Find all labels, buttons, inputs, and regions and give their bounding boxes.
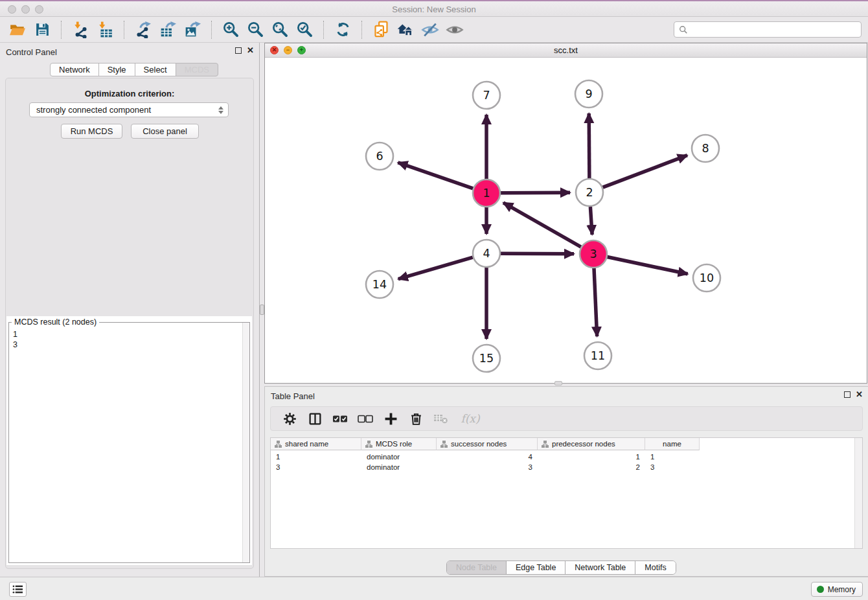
export-network-button[interactable] bbox=[131, 19, 155, 40]
select-all-button[interactable] bbox=[330, 410, 350, 428]
network-graph: 7968124314101511 bbox=[265, 58, 867, 383]
toolbar-separator bbox=[361, 21, 362, 39]
graph-edge-3-1[interactable] bbox=[503, 203, 581, 247]
graph-edge-4-3[interactable] bbox=[501, 253, 574, 254]
run-mcds-button[interactable]: Run MCDS bbox=[61, 124, 122, 139]
graph-edge-4-14[interactable] bbox=[398, 257, 473, 279]
memory-button[interactable]: Memory bbox=[811, 582, 863, 597]
graph-edge-2-8[interactable] bbox=[603, 156, 687, 188]
node-table: shared name MCDS role successor nodes pr… bbox=[270, 437, 863, 549]
task-history-button[interactable] bbox=[9, 582, 27, 597]
graph-node-label-15: 15 bbox=[479, 352, 494, 365]
zoom-in-button[interactable] bbox=[218, 19, 243, 40]
graph-edge-3-10[interactable] bbox=[608, 257, 688, 274]
cell-successor-nodes[interactable]: 4 bbox=[437, 452, 538, 462]
split-table-button[interactable] bbox=[305, 410, 325, 428]
save-session-button[interactable] bbox=[30, 19, 54, 40]
import-network-icon bbox=[72, 21, 89, 38]
cell-shared-name[interactable]: 3 bbox=[271, 462, 361, 472]
sort-hierarchy-icon bbox=[440, 441, 448, 448]
ndex-browse-button[interactable] bbox=[369, 19, 393, 40]
splitter-grip-horizontal[interactable] bbox=[554, 381, 562, 386]
tab-mcds[interactable]: MCDS bbox=[176, 63, 218, 76]
graph-edge-2-9[interactable] bbox=[589, 113, 589, 178]
table-panel: Table Panel ✕ bbox=[264, 386, 868, 577]
mcds-result-list: 1 3 bbox=[10, 328, 242, 562]
export-table-button[interactable] bbox=[155, 19, 180, 40]
graph-edge-1-6[interactable] bbox=[398, 163, 473, 189]
home-network-button[interactable] bbox=[393, 19, 418, 40]
network-canvas[interactable]: 7968124314101511 bbox=[265, 58, 867, 383]
search-input[interactable] bbox=[691, 23, 861, 36]
tab-motifs[interactable]: Motifs bbox=[635, 561, 675, 574]
cell-mcds-role[interactable]: dominator bbox=[361, 462, 437, 472]
cell-predecessor-nodes[interactable]: 2 bbox=[538, 462, 645, 472]
column-header-name[interactable]: name bbox=[645, 438, 700, 450]
import-table-button[interactable] bbox=[93, 19, 117, 40]
tab-network-table[interactable]: Network Table bbox=[565, 561, 635, 574]
cell-mcds-role[interactable]: dominator bbox=[361, 452, 437, 462]
column-header-mcds-role[interactable]: MCDS role bbox=[361, 438, 437, 450]
graph-node-label-1: 1 bbox=[483, 187, 490, 200]
cell-name[interactable]: 1 bbox=[645, 452, 700, 462]
float-panel-icon[interactable] bbox=[235, 47, 242, 54]
unselect-all-button[interactable] bbox=[356, 410, 375, 428]
delete-column-button[interactable] bbox=[406, 410, 426, 428]
network-window-titlebar[interactable]: ✕ − + scc.txt bbox=[265, 43, 867, 58]
ndex-documents-icon bbox=[372, 21, 390, 38]
search-box[interactable] bbox=[674, 21, 862, 38]
function-builder-button[interactable]: f(x) bbox=[457, 410, 484, 428]
import-network-button[interactable] bbox=[68, 19, 93, 40]
plus-icon bbox=[384, 412, 398, 426]
cell-predecessor-nodes[interactable]: 1 bbox=[538, 452, 645, 462]
graph-node-label-9: 9 bbox=[585, 87, 592, 100]
graph-edge-2-3[interactable] bbox=[590, 207, 592, 235]
table-row[interactable]: 1 dominator 4 1 1 bbox=[271, 452, 700, 462]
window-titlebar: Session: New Session bbox=[0, 0, 868, 17]
column-settings-button[interactable] bbox=[280, 410, 299, 428]
gear-icon bbox=[283, 412, 297, 426]
table-row[interactable]: 3 dominator 3 2 3 bbox=[271, 462, 700, 472]
graph-edge-1-2[interactable] bbox=[501, 192, 570, 193]
cell-name[interactable]: 3 bbox=[645, 462, 700, 472]
export-image-button[interactable] bbox=[180, 19, 205, 40]
close-table-panel-icon[interactable]: ✕ bbox=[856, 391, 863, 398]
add-column-button[interactable] bbox=[381, 410, 400, 428]
fx-icon: f(x) bbox=[461, 412, 479, 425]
tab-edge-table[interactable]: Edge Table bbox=[507, 561, 565, 574]
optimization-criterion-label: Optimization criterion: bbox=[0, 89, 259, 98]
float-table-panel-icon[interactable] bbox=[844, 391, 851, 398]
graph-edge-3-11[interactable] bbox=[594, 268, 597, 336]
cell-successor-nodes[interactable]: 3 bbox=[437, 462, 538, 472]
close-panel-icon[interactable]: ✕ bbox=[247, 47, 254, 54]
criterion-dropdown[interactable]: strongly connected component bbox=[29, 102, 229, 117]
cell-shared-name[interactable]: 1 bbox=[271, 452, 361, 462]
zoom-selected-button[interactable] bbox=[292, 19, 317, 40]
memory-status-icon bbox=[817, 586, 824, 593]
zoom-in-icon bbox=[222, 21, 240, 38]
session-title: Session: New Session bbox=[0, 5, 868, 14]
result-scrollbar[interactable] bbox=[242, 323, 249, 562]
close-panel-button[interactable]: Close panel bbox=[131, 124, 199, 139]
column-header-shared-name[interactable]: shared name bbox=[271, 438, 361, 450]
tab-node-table[interactable]: Node Table bbox=[447, 561, 507, 574]
refresh-view-button[interactable] bbox=[330, 19, 355, 40]
delete-table-button[interactable] bbox=[431, 410, 451, 428]
show-all-button[interactable] bbox=[442, 19, 467, 40]
graph-node-label-7: 7 bbox=[483, 89, 490, 102]
sort-hierarchy-icon bbox=[365, 441, 372, 448]
column-header-successor-nodes[interactable]: successor nodes bbox=[437, 438, 538, 450]
zoom-out-button[interactable] bbox=[243, 19, 268, 40]
tab-style[interactable]: Style bbox=[98, 63, 135, 76]
split-columns-icon bbox=[308, 412, 322, 426]
open-session-button[interactable] bbox=[5, 19, 30, 40]
hide-neighbors-button[interactable] bbox=[418, 19, 442, 40]
tab-select[interactable]: Select bbox=[135, 63, 176, 76]
table-scrollbar[interactable] bbox=[854, 438, 862, 548]
sort-hierarchy-icon bbox=[542, 441, 549, 448]
tab-network[interactable]: Network bbox=[50, 63, 99, 76]
zoom-fit-button[interactable] bbox=[268, 19, 292, 40]
splitter-grip-vertical[interactable] bbox=[260, 305, 264, 315]
column-header-predecessor-nodes[interactable]: predecessor nodes bbox=[538, 438, 645, 450]
zoom-out-icon bbox=[247, 21, 264, 38]
